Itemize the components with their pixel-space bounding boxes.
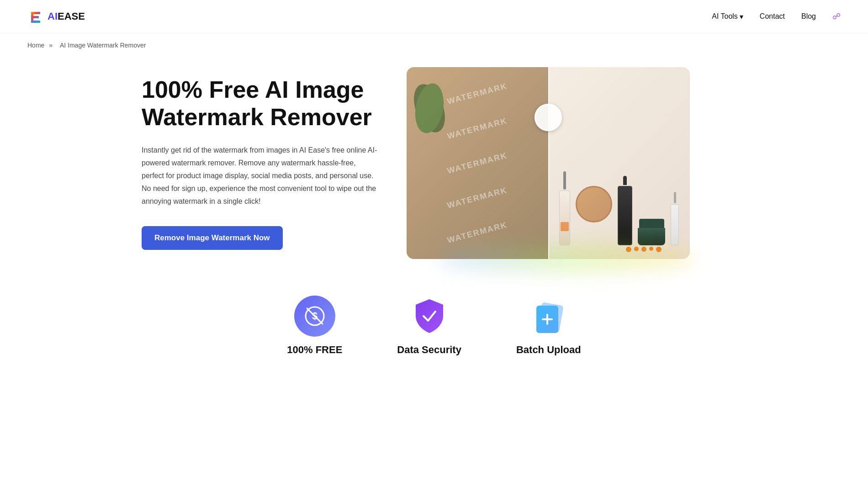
watermark-label-4: WATERMARK [446,185,508,210]
feature-security-icon-container [409,296,450,337]
feature-free-label: 100% FREE [287,344,342,356]
feature-free-icon-container: $ [294,296,335,337]
product-bottle-3 [671,192,679,245]
leaf-decoration [411,81,448,136]
hero-image-area: WATERMARK WATERMARK WATERMARK WATERMARK … [407,67,726,259]
nav-contact[interactable]: Contact [760,12,785,21]
watermark-label-2: WATERMARK [446,116,508,141]
batch-upload-icon [528,296,569,337]
feature-batch-label: Batch Upload [516,344,581,356]
search-icon[interactable]: ☍ [832,11,841,21]
image-after [548,67,690,259]
features-grid: $ 100% FREE [160,296,708,356]
remove-watermark-button[interactable]: Remove Image Watermark Now [142,226,283,250]
nav-ai-tools[interactable]: AI Tools ▾ [712,12,743,21]
logo-icon [27,8,44,25]
hero-glow [439,245,694,273]
hero-description: Instantly get rid of the watermark from … [142,144,379,208]
comparison-image: WATERMARK WATERMARK WATERMARK WATERMARK … [407,67,690,259]
logo-text: AIEASE [48,11,85,22]
product-bottle-1 [559,171,570,245]
free-icon-bg: $ [294,296,335,337]
breadcrumb: Home » AI Image Watermark Remover [0,33,868,49]
shield-check-icon [409,296,450,337]
logo[interactable]: AIEASE [27,8,85,25]
features-section: $ 100% FREE [0,268,868,374]
hero-content: 100% Free AI Image Watermark Remover Ins… [142,76,379,250]
feature-free: $ 100% FREE [287,296,342,356]
breadcrumb-current: AI Image Watermark Remover [60,42,146,49]
product-mirror [576,186,612,222]
watermark-label-5: WATERMARK [446,220,508,245]
magnifier-circle [535,104,562,131]
image-divider [548,67,549,259]
feature-security-label: Data Security [397,344,461,356]
watermark-label-1: WATERMARK [446,81,508,106]
product-bottle-2 [618,176,632,245]
hero-title: 100% Free AI Image Watermark Remover [142,76,379,131]
nav-blog[interactable]: Blog [801,12,816,21]
feature-batch: Batch Upload [516,296,581,356]
feature-batch-icon-container [528,296,569,337]
chevron-down-icon: ▾ [740,12,743,21]
breadcrumb-separator: » [49,42,53,49]
no-dollar-icon: $ [304,306,325,327]
watermark-label-3: WATERMARK [446,150,508,175]
navbar: AIEASE AI Tools ▾ Contact Blog ☍ [0,0,868,33]
hero-section: 100% Free AI Image Watermark Remover Ins… [114,49,754,268]
image-before: WATERMARK WATERMARK WATERMARK WATERMARK … [407,67,548,259]
product-jar [638,219,665,245]
feature-security: Data Security [397,296,461,356]
nav-links: AI Tools ▾ Contact Blog ☍ [712,11,841,21]
breadcrumb-home[interactable]: Home [27,42,44,49]
